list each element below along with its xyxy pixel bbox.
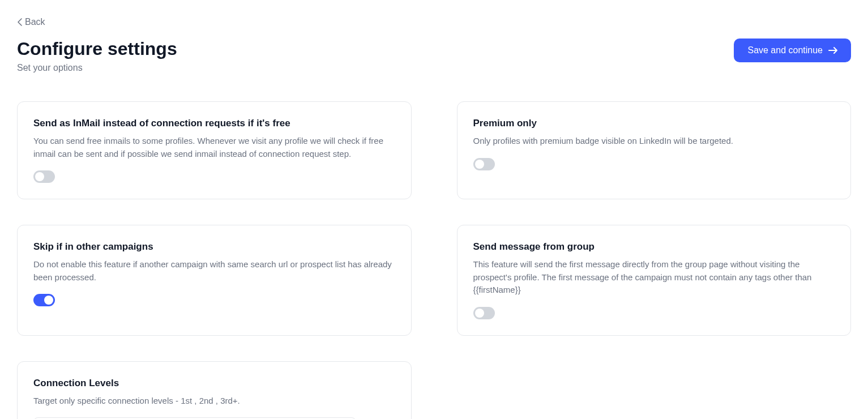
card-skip-campaign: Skip if in other campaigns Do not enable… xyxy=(17,225,412,336)
card-premium-title: Premium only xyxy=(473,118,835,129)
arrow-right-icon xyxy=(828,47,837,54)
toggle-group-message[interactable] xyxy=(473,307,495,319)
save-continue-button[interactable]: Save and continue xyxy=(734,39,851,62)
toggle-skip-campaign[interactable] xyxy=(33,294,55,306)
header: Configure settings Set your options Save… xyxy=(17,39,851,73)
card-skip-campaign-description: Do not enable this feature if another ca… xyxy=(33,258,395,284)
card-connection-levels-description: Target only specific connection levels -… xyxy=(33,395,395,408)
settings-grid: Send as InMail instead of connection req… xyxy=(17,101,851,419)
card-inmail-description: You can send free inmails to some profil… xyxy=(33,135,395,160)
save-button-label: Save and continue xyxy=(747,45,823,55)
card-connection-levels-title: Connection Levels xyxy=(33,378,395,389)
card-skip-campaign-title: Skip if in other campaigns xyxy=(33,241,395,253)
page-title: Configure settings xyxy=(17,39,177,59)
card-group-message-description: This feature will send the first message… xyxy=(473,258,835,297)
card-premium-description: Only profiles with premium badge visible… xyxy=(473,135,835,148)
back-label: Back xyxy=(25,17,45,27)
card-group-message: Send message from group This feature wil… xyxy=(457,225,852,336)
chevron-left-icon xyxy=(17,18,23,26)
card-premium: Premium only Only profiles with premium … xyxy=(457,101,852,199)
page-subtitle: Set your options xyxy=(17,63,177,73)
back-link[interactable]: Back xyxy=(17,17,45,27)
card-connection-levels: Connection Levels Target only specific c… xyxy=(17,361,412,420)
card-inmail: Send as InMail instead of connection req… xyxy=(17,101,412,199)
card-group-message-title: Send message from group xyxy=(473,241,835,253)
toggle-inmail[interactable] xyxy=(33,170,55,183)
card-inmail-title: Send as InMail instead of connection req… xyxy=(33,118,395,129)
header-left: Configure settings Set your options xyxy=(17,39,177,73)
toggle-premium[interactable] xyxy=(473,158,495,170)
